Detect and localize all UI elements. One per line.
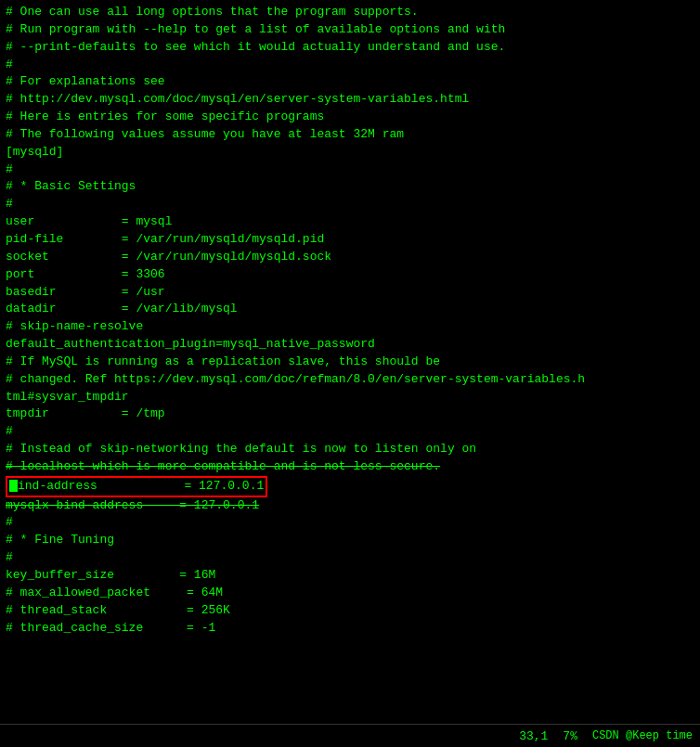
editor-line: tml#sysvar_tmpdir: [6, 389, 694, 406]
editor-line: # Here is entries for some specific prog…: [6, 109, 694, 126]
editor-line: # One can use all long options that the …: [6, 4, 694, 21]
cursor-position: 33,1: [519, 729, 548, 743]
editor-line: [mysqld]: [6, 144, 694, 161]
editor-line: tmpdir = /tmp: [6, 406, 694, 423]
editor-line: #: [6, 549, 694, 567]
editor-line: # max_allowed_packet = 64M: [6, 585, 694, 602]
editor-line: # thread_cache_size = -1: [6, 620, 694, 638]
editor-line: key_buffer_size = 16M: [6, 567, 694, 585]
editor-line: # The following values assume you have a…: [6, 126, 694, 144]
editor-line: # skip-name-resolve: [6, 318, 694, 336]
editor-line: # If MySQL is running as a replication s…: [6, 354, 694, 371]
editor-line: # --print-defaults to see which it would…: [6, 39, 694, 57]
status-right: 33,1 7% CSDN @Keep time: [519, 729, 693, 743]
editor-line: # Run program with --help to get a list …: [6, 21, 694, 39]
editor-line: #: [6, 514, 694, 532]
editor-line: # * Basic Settings: [6, 178, 694, 196]
scroll-percentage: 7%: [563, 729, 577, 743]
editor-line: pid-file = /var/run/mysqld/mysqld.pid: [6, 231, 694, 249]
editor-line: #: [6, 161, 694, 179]
editor-line: mysqlx-bind-address = 127.0.0.1: [6, 497, 694, 515]
editor-line: # thread_stack = 256K: [6, 602, 694, 620]
editor-line: ind-address = 127.0.0.1: [6, 476, 694, 497]
editor-line: #: [6, 423, 694, 441]
editor-content: # One can use all long options that the …: [0, 0, 700, 724]
editor-line: # localhost which is more compatible and…: [6, 458, 694, 476]
editor-line: # changed. Ref https://dev.mysql.com/doc…: [6, 371, 694, 389]
editor-line: # http://dev.mysql.com/doc/mysql/en/serv…: [6, 91, 694, 109]
editor-line: #: [6, 57, 694, 74]
editor-line: # For explanations see: [6, 73, 694, 91]
editor-line: # * Fine Tuning: [6, 532, 694, 549]
status-bar: 33,1 7% CSDN @Keep time: [0, 724, 700, 747]
editor-line: #: [6, 196, 694, 213]
editor-line: # Instead of skip-networking the default…: [6, 441, 694, 458]
editor-line: basedir = /usr: [6, 284, 694, 302]
editor-line: datadir = /var/lib/mysql: [6, 301, 694, 318]
editor-line: socket = /var/run/mysqld/mysqld.sock: [6, 249, 694, 266]
editor-line: default_authentication_plugin=mysql_nati…: [6, 336, 694, 354]
editor-line: user = mysql: [6, 213, 694, 231]
brand-label: CSDN @Keep time: [592, 729, 693, 742]
editor-line: port = 3306: [6, 266, 694, 284]
